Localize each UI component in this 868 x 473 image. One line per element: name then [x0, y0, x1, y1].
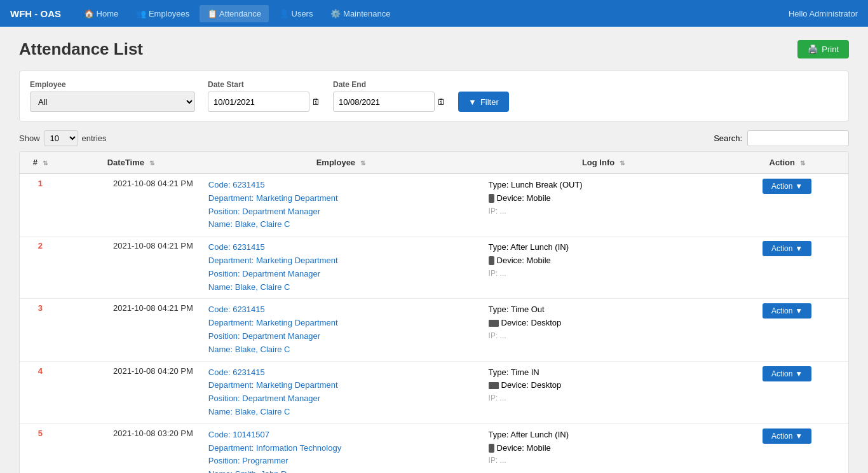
table-controls: Show 10 25 50 100 entries Search: [19, 130, 849, 146]
cell-datetime: 2021-10-08 04:20 PM [61, 361, 201, 423]
emp-code: Code: 6231415 [208, 366, 473, 380]
col-employee: Employee ⇅ [201, 152, 481, 174]
employee-label: Employee [30, 80, 195, 89]
log-type: Type: Time IN [489, 366, 719, 380]
date-end-label: Date End [333, 80, 445, 89]
log-device: Device: Desktop [489, 317, 719, 330]
employee-filter-group: Employee All [30, 80, 195, 112]
device-icon [489, 320, 499, 327]
sort-emp-icon[interactable]: ⇅ [360, 160, 365, 167]
date-end-input[interactable] [333, 92, 435, 112]
log-device: Device: Mobile [489, 442, 719, 455]
cell-action: Action ▼ [726, 236, 848, 299]
emp-pos: Position: Programmer [208, 455, 473, 468]
action-label: Action [771, 182, 792, 191]
cell-action: Action ▼ [726, 361, 848, 423]
device-icon [489, 194, 494, 203]
emp-code: Code: 6231415 [208, 179, 473, 192]
nav-home[interactable]: 🏠 Home [76, 5, 126, 22]
action-button[interactable]: Action ▼ [763, 179, 811, 194]
date-start-input[interactable] [208, 92, 309, 112]
calendar-icon-start[interactable]: 🗓 [312, 97, 320, 107]
emp-dept: Department: Marketing Department [208, 254, 473, 268]
cell-loginfo: Type: Time Out Device: Desktop IP: ... [481, 299, 726, 361]
col-datetime: DateTime ⇅ [61, 152, 201, 174]
search-box: Search: [714, 130, 849, 146]
device-icon [489, 256, 494, 265]
filter-button[interactable]: ▼ Filter [458, 92, 509, 112]
calendar-icon-end[interactable]: 🗓 [437, 97, 445, 107]
action-label: Action [771, 369, 792, 378]
nav-maintenance[interactable]: ⚙️ Maintenance [323, 5, 398, 22]
action-dropdown-icon: ▼ [795, 182, 803, 191]
cell-datetime: 2021-10-08 03:20 PM [61, 423, 201, 473]
col-loginfo: Log Info ⇅ [481, 152, 726, 174]
nav-employees[interactable]: 👥 Employees [128, 5, 197, 22]
filter-row: Employee All Date Start 🗓 Date End 🗓 ▼ F… [19, 71, 849, 121]
attendance-table-wrap: # ⇅ DateTime ⇅ Employee ⇅ Log Info ⇅ Act… [19, 151, 849, 473]
cell-action: Action ▼ [726, 423, 848, 473]
emp-name: Name: Blake, Claire C [208, 218, 473, 231]
col-action: Action ⇅ [726, 152, 848, 174]
date-end-filter-group: Date End 🗓 [333, 80, 445, 112]
cell-datetime: 2021-10-08 04:21 PM [61, 174, 201, 236]
entries-label: entries [82, 134, 107, 143]
show-label: Show [19, 134, 40, 143]
table-row: 2 2021-10-08 04:21 PM Code: 6231415 Depa… [20, 236, 848, 299]
table-row: 3 2021-10-08 04:21 PM Code: 6231415 Depa… [20, 299, 848, 361]
log-type: Type: Time Out [489, 303, 719, 317]
action-button[interactable]: Action ▼ [763, 428, 811, 444]
employee-select[interactable]: All [30, 92, 195, 112]
nav-users[interactable]: 👤 Users [271, 5, 321, 22]
sort-act-icon[interactable]: ⇅ [800, 160, 805, 167]
action-button[interactable]: Action ▼ [763, 303, 811, 319]
cell-employee: Code: 10141507 Department: Information T… [201, 423, 481, 473]
print-button[interactable]: 🖨️ Print [797, 40, 849, 58]
cell-employee: Code: 6231415 Department: Marketing Depa… [201, 236, 481, 299]
sort-dt-icon[interactable]: ⇅ [149, 160, 154, 167]
log-device: Device: Desktop [489, 379, 719, 392]
emp-pos: Position: Department Manager [208, 268, 473, 281]
search-input[interactable] [747, 130, 849, 146]
action-button[interactable]: Action ▼ [763, 366, 811, 381]
nav-attendance[interactable]: 📋 Attendance [200, 5, 269, 22]
emp-pos: Position: Department Manager [208, 330, 473, 343]
entries-select[interactable]: 10 25 50 100 [44, 130, 78, 146]
action-dropdown-icon: ▼ [795, 369, 803, 378]
log-device: Device: Mobile [489, 254, 719, 268]
attendance-table: # ⇅ DateTime ⇅ Employee ⇅ Log Info ⇅ Act… [20, 152, 848, 473]
action-button[interactable]: Action ▼ [763, 241, 811, 256]
action-label: Action [771, 306, 792, 315]
cell-num: 1 [20, 174, 61, 236]
cell-employee: Code: 6231415 Department: Marketing Depa… [201, 174, 481, 236]
device-icon [489, 382, 499, 389]
emp-dept: Department: Marketing Department [208, 317, 473, 330]
sort-num-icon[interactable]: ⇅ [43, 160, 48, 167]
emp-dept: Department: Marketing Department [208, 192, 473, 205]
log-ip: IP: ... [489, 268, 719, 280]
page-title: Attendance List [19, 39, 143, 59]
nav-links: 🏠 Home 👥 Employees 📋 Attendance 👤 Users … [76, 5, 789, 22]
filter-icon: ▼ [468, 97, 477, 107]
sort-log-icon[interactable]: ⇅ [620, 160, 625, 167]
cell-num: 5 [20, 423, 61, 473]
cell-employee: Code: 6231415 Department: Marketing Depa… [201, 299, 481, 361]
show-entries: Show 10 25 50 100 entries [19, 130, 107, 146]
cell-num: 4 [20, 361, 61, 423]
navbar: WFH - OAS 🏠 Home 👥 Employees 📋 Attendanc… [0, 0, 868, 27]
log-ip: IP: ... [489, 392, 719, 404]
printer-icon: 🖨️ [808, 45, 818, 54]
cell-num: 3 [20, 299, 61, 361]
cell-action: Action ▼ [726, 299, 848, 361]
search-label: Search: [714, 134, 742, 143]
user-greeting[interactable]: Hello Administrator [789, 9, 858, 18]
cell-loginfo: Type: After Lunch (IN) Device: Mobile IP… [481, 423, 726, 473]
date-start-filter-group: Date Start 🗓 [208, 80, 320, 112]
log-ip: IP: ... [489, 455, 719, 467]
col-num: # ⇅ [20, 152, 61, 174]
action-label: Action [771, 244, 792, 253]
cell-num: 2 [20, 236, 61, 299]
emp-name: Name: Blake, Claire C [208, 281, 473, 294]
cell-datetime: 2021-10-08 04:21 PM [61, 236, 201, 299]
emp-code: Code: 6231415 [208, 241, 473, 254]
